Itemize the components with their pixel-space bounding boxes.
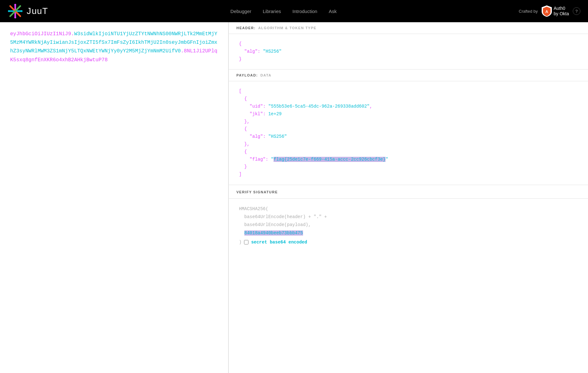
colon-4: : [263,134,268,139]
verify-section: VERIFY SIGNATURE HMACSHA256( base64UrlEn… [229,185,588,253]
header-label: HEADER: [236,26,256,30]
jwt-dot-1: . [71,31,74,37]
auth0-shield-icon: A [542,5,552,17]
alg-value: "HS256" [263,49,282,54]
verify-section-content: HMACSHA256( base64UrlEncode(header) + ".… [229,199,588,253]
alg-key-2: "alg" [250,134,263,139]
svg-point-5 [14,17,16,18]
main-content: eyJhbGciOiJIUzI1NiJ9.W3sidWlkIjoiNTU1YjU… [0,22,588,373]
base64-checkbox[interactable] [244,240,248,244]
svg-point-6 [8,10,10,12]
hmac-func: HMACSHA256( [239,206,268,211]
header-section-header: HEADER: ALGORITHM & TOKEN TYPE [229,22,588,34]
uid-value: "555b53e6-5ca5-45dc-962a-269338add602" [268,104,369,109]
uid-key: "uid" [250,104,263,109]
alg-key: "alg" [244,49,258,54]
svg-point-4 [14,4,16,6]
alg-value-2: "HS256" [268,134,287,139]
payload-label: PAYLOAD: [236,73,258,77]
open-bracket: [ [239,89,241,94]
close-bracket: ] [239,172,241,177]
secret-base64-label: secret base64 encoded [251,238,307,246]
crafted-by-label: Crafted by [519,9,538,14]
colon-3: : [263,111,268,117]
help-button[interactable]: ? [573,7,580,15]
close-brace-2: } [244,119,247,124]
payload-sublabel: DATA [261,73,272,77]
close-brace-3: } [244,142,247,147]
jkl-key: "jkl" [250,111,263,117]
close-brace-1: } [239,57,241,62]
verify-section-header: VERIFY SIGNATURE [229,185,588,199]
payload-section-content: [ { "uid": "555b53e6-5ca5-45dc-962a-2693… [229,81,588,185]
flag-value-highlighted: flag{25de1c7e-f669-415a-accc-2cc926cbcf3… [274,157,386,162]
open-brace-4: { [244,149,247,154]
main-nav: Debugger Libraries Introduction Ask [230,9,337,14]
jwt-dot-2: . [181,48,184,54]
logo-text: JuuT [27,6,48,16]
close-brace-4: } [244,164,247,169]
comma-2: , [247,119,249,124]
comma-3: , [247,142,249,147]
flag-quote-open: " [271,157,274,162]
close-paren: ) [239,238,241,246]
header-section: HEADER: ALGORITHM & TOKEN TYPE { "alg": … [229,22,588,70]
flag-key: "flag" [250,157,266,162]
colon-2: : [263,104,268,109]
app-header: JuuT Debugger Libraries Introduction Ask… [0,0,588,22]
base64-header-line: base64UrlEncode(header) + "." + [244,214,327,219]
comma-1: , [370,104,372,109]
open-brace-2: { [244,96,247,101]
svg-point-7 [21,10,23,12]
open-brace-1: { [239,41,241,46]
colon-5: : [266,157,271,162]
jwt-logo-icon [8,3,23,19]
svg-text:A: A [545,10,548,14]
verify-label: VERIFY SIGNATURE [236,190,278,194]
header-sublabel: ALGORITHM & TOKEN TYPE [258,26,317,30]
jwt-header-part: eyJhbGciOiJIUzI1NiJ9 [10,31,71,37]
flag-quote-close: " [386,157,388,162]
header-right: Crafted by A Auth0by Okta ? [519,5,580,17]
nav-libraries[interactable]: Libraries [263,9,281,14]
base64-payload-line: base64UrlEncode(payload), [244,222,311,227]
jwt-encoded-text: eyJhbGciOiJIUzI1NiJ9.W3sidWlkIjoiNTU1YjU… [10,30,218,64]
nav-ask[interactable]: Ask [329,9,337,14]
secret-base64-wrapper: ) secret base64 encoded [239,238,578,246]
payload-section: PAYLOAD: DATA [ { "uid": "555b53e6-5ca5-… [229,70,588,185]
jkl-value: 1e+29 [268,111,281,117]
jwt-decoded-panel: HEADER: ALGORITHM & TOKEN TYPE { "alg": … [228,22,588,373]
jwt-encoded-panel: eyJhbGciOiJIUzI1NiJ9.W3sidWlkIjoiNTU1YjU… [0,22,228,373]
open-brace-3: { [244,126,247,131]
payload-section-header: PAYLOAD: DATA [229,70,588,81]
colon-1: : [258,49,263,54]
nav-introduction[interactable]: Introduction [293,9,317,14]
logo-area: JuuT [8,3,48,19]
secret-value-highlighted: 84018a4940beeb73bbb475 [244,230,303,236]
auth0-text: Auth0by Okta [554,6,569,17]
nav-debugger[interactable]: Debugger [230,9,251,14]
header-section-content: { "alg": "HS256" } [229,34,588,69]
auth0-logo: A Auth0by Okta [542,5,569,17]
